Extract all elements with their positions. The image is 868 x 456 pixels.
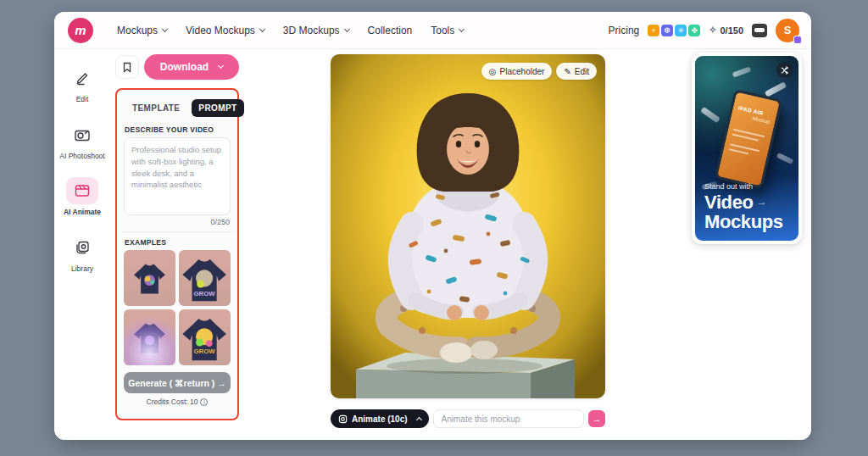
panel-tabs: TEMPLATE PROMPT — [125, 99, 231, 117]
sidebar-item-ai-animate[interactable]: AI Animate — [57, 177, 108, 217]
chevron-down-icon — [162, 25, 168, 31]
promo-badges: + ❆ ✳ ✤ — [648, 25, 700, 36]
sidebar-item-ai-photoshoot[interactable]: AI Photoshoot — [57, 121, 108, 161]
light-streak — [732, 66, 752, 77]
plus-badge-icon[interactable]: + — [648, 25, 659, 36]
svg-text:GROW: GROW — [193, 348, 215, 355]
sidebar-item-edit[interactable]: Edit — [57, 64, 108, 104]
light-streak — [765, 81, 787, 97]
camera-icon — [66, 121, 98, 148]
animate-toolbar: Animate (10c) → — [331, 409, 605, 428]
clapperboard-icon — [66, 177, 98, 204]
shuffle-button[interactable] — [776, 62, 793, 78]
sparkle-icon: ✧ — [709, 25, 716, 36]
user-avatar[interactable]: S — [776, 19, 799, 42]
nav-3d-mockups[interactable]: 3D Mockups — [283, 25, 349, 36]
promo-banner: iPAD AIR Mockup Stand out with Video→ Mo… — [695, 56, 798, 241]
examples-label: EXAMPLES — [125, 238, 231, 247]
animate-mode-button[interactable]: Animate (10c) — [331, 409, 429, 428]
library-icon — [66, 234, 98, 261]
char-counter: 0/250 — [124, 218, 230, 226]
camera-app-icon[interactable] — [752, 24, 767, 37]
example-thumbnail-front-glow[interactable] — [124, 309, 175, 365]
shuffle-icon — [781, 66, 789, 75]
download-button[interactable]: Download — [144, 54, 239, 80]
nav-mockups[interactable]: Mockups — [117, 25, 167, 36]
prompt-panel-column: Download TEMPLATE PROMPT DESCRIBE YOUR V… — [110, 49, 244, 440]
send-arrow-button[interactable]: → — [588, 410, 605, 427]
credits-indicator[interactable]: ✧ 0/150 — [709, 25, 743, 36]
example-thumbnail-back-grow[interactable]: GROW — [179, 250, 231, 306]
video-prompt-input[interactable] — [124, 137, 231, 215]
pencil-icon — [66, 64, 98, 92]
nav-video-mockups[interactable]: Video Mockups — [186, 25, 264, 36]
decorative-line — [728, 148, 748, 154]
tab-prompt[interactable]: PROMPT — [192, 99, 243, 117]
promo-text: Stand out with Video→ Mockups — [704, 182, 783, 233]
snowflake-badge-icon[interactable]: ❆ — [661, 25, 673, 36]
main-nav: Mockups Video Mockups 3D Mockups Collect… — [117, 25, 464, 36]
tab-template[interactable]: TEMPLATE — [125, 99, 186, 117]
topbar-right: Pricing + ❆ ✳ ✤ ✧ 0/150 S — [609, 19, 799, 42]
preview-overlay-buttons: ◎ Placeholder ✎ Edit — [481, 63, 597, 80]
svg-text:GROW: GROW — [193, 290, 215, 298]
animate-prompt-input[interactable] — [433, 409, 584, 428]
tablet-mockup-graphic: iPAD AIR Mockup — [715, 89, 783, 189]
light-streak — [776, 153, 794, 164]
animate-camera-icon — [338, 414, 348, 424]
sidebar-item-library[interactable]: Library — [57, 234, 108, 274]
promo-column: iPAD AIR Mockup Stand out with Video→ Mo… — [692, 49, 811, 440]
generate-button[interactable]: Generate ( ⌘return ) → — [124, 372, 231, 393]
chevron-down-icon — [344, 25, 350, 31]
chevron-up-icon — [416, 417, 422, 423]
placeholder-button[interactable]: ◎ Placeholder — [481, 63, 553, 80]
divider — [122, 231, 232, 232]
chevron-down-icon — [459, 25, 465, 31]
canvas-area: ◎ Placeholder ✎ Edit Animate (10c) → — [244, 49, 692, 440]
example-thumbnail-back-bright[interactable]: GROW — [179, 309, 231, 365]
video-mockups-promo-card[interactable]: iPAD AIR Mockup Stand out with Video→ Mo… — [692, 53, 802, 244]
credits-cost: Credits Cost: 10 i — [124, 398, 231, 406]
info-icon[interactable]: i — [200, 398, 208, 406]
mockup-preview-image[interactable]: ◎ Placeholder ✎ Edit — [331, 54, 605, 398]
pricing-link[interactable]: Pricing — [609, 25, 640, 36]
chevron-down-icon — [259, 25, 265, 31]
edit-button[interactable]: ✎ Edit — [556, 63, 597, 80]
describe-video-label: DESCRIBE YOUR VIDEO — [125, 125, 231, 134]
chevron-down-icon — [218, 63, 224, 69]
light-streak — [700, 107, 721, 123]
credits-count: 0/150 — [720, 25, 743, 36]
placeholder-icon: ◎ — [489, 67, 497, 76]
nav-tools[interactable]: Tools — [431, 25, 464, 36]
nav-collection[interactable]: Collection — [368, 25, 413, 36]
clover-badge-icon[interactable]: ✤ — [688, 25, 700, 36]
app-window: m Mockups Video Mockups 3D Mockups Colle… — [54, 12, 811, 440]
example-thumbnail-front[interactable] — [124, 250, 175, 306]
app-logo-icon[interactable]: m — [68, 18, 93, 43]
burst-badge-icon[interactable]: ✳ — [675, 25, 687, 36]
plan-badge-icon — [793, 36, 802, 44]
edit-pencil-icon: ✎ — [564, 67, 570, 76]
prompt-panel-highlighted: TEMPLATE PROMPT DESCRIBE YOUR VIDEO 0/25… — [115, 88, 239, 420]
bookmark-button[interactable] — [115, 55, 139, 79]
left-sidebar: Edit AI Photoshoot AI Animate Library — [54, 49, 110, 440]
arrow-icon: → — [757, 197, 767, 208]
bookmark-icon — [122, 62, 132, 73]
top-navigation-bar: m Mockups Video Mockups 3D Mockups Colle… — [54, 12, 811, 49]
examples-grid: GROW GROW — [124, 250, 231, 365]
